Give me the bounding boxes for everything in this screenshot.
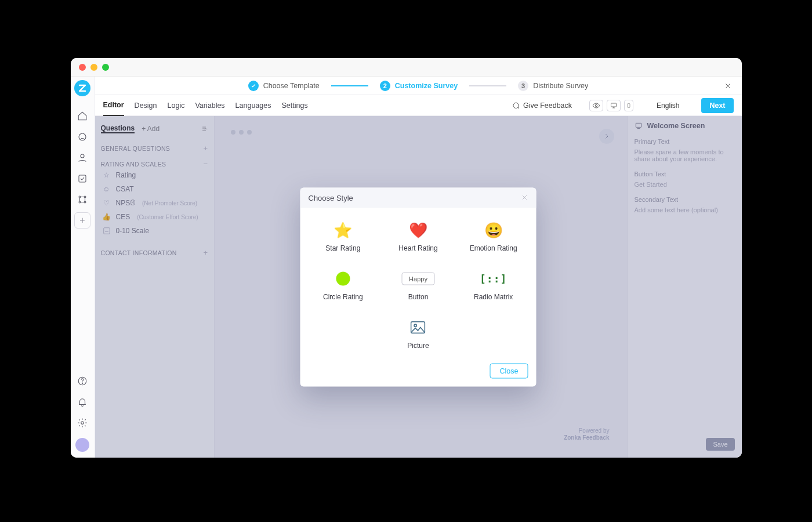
style-option-heart-rating[interactable]: ❤️ Heart Rating bbox=[383, 218, 453, 254]
svg-point-8 bbox=[82, 383, 82, 383]
nav-workflows-icon[interactable] bbox=[74, 191, 90, 208]
svg-point-1 bbox=[81, 154, 84, 158]
give-feedback-label: Give Feedback bbox=[523, 102, 572, 110]
svg-point-16 bbox=[414, 324, 416, 327]
svg-point-10 bbox=[595, 104, 597, 107]
picture-icon bbox=[411, 321, 426, 334]
heart-icon: ❤️ bbox=[409, 222, 427, 237]
tab-editor[interactable]: Editor bbox=[103, 95, 124, 116]
svg-point-4 bbox=[84, 196, 86, 198]
svg-rect-15 bbox=[411, 321, 425, 333]
step-choose-template[interactable]: Choose Template bbox=[248, 81, 320, 91]
style-option-radio-matrix[interactable]: [::] Radio Matrix bbox=[459, 267, 528, 303]
window-zoom-dot[interactable] bbox=[102, 64, 109, 71]
svg-rect-2 bbox=[79, 175, 86, 182]
style-options-grid: ⭐ Star Rating ❤️ Heart Rating 😀 Emotion … bbox=[309, 218, 528, 351]
nav-user-avatar[interactable] bbox=[75, 438, 89, 452]
next-button[interactable]: Next bbox=[701, 98, 733, 113]
stepper-close-button[interactable] bbox=[722, 80, 734, 92]
eye-icon bbox=[592, 102, 600, 110]
choose-style-modal: Choose Style ⭐ Star Rating ❤️ bbox=[300, 187, 536, 386]
style-option-star-rating[interactable]: ⭐ Star Rating bbox=[309, 218, 378, 254]
tab-design[interactable]: Design bbox=[135, 96, 157, 115]
modal-header: Choose Style bbox=[300, 187, 536, 208]
give-feedback-link[interactable]: Give Feedback bbox=[512, 102, 572, 110]
preview-desktop-button[interactable] bbox=[607, 100, 621, 111]
nav-add-button[interactable]: + bbox=[74, 212, 90, 229]
svg-point-6 bbox=[84, 201, 86, 203]
button-chip: Happy bbox=[401, 272, 435, 285]
device-preview-toggle bbox=[589, 100, 633, 111]
editor-tabs: Editor Design Logic Variables Languages … bbox=[95, 95, 742, 116]
step-number: 2 bbox=[380, 81, 390, 91]
step-label: Customize Survey bbox=[395, 82, 458, 90]
modal-close-button[interactable]: Close bbox=[490, 363, 528, 378]
nav-tasks-icon[interactable] bbox=[74, 171, 90, 187]
preview-mobile-button[interactable] bbox=[624, 100, 633, 111]
chat-icon bbox=[512, 102, 520, 110]
matrix-icon: [::] bbox=[480, 273, 507, 285]
svg-point-9 bbox=[81, 422, 84, 425]
tab-logic[interactable]: Logic bbox=[168, 96, 185, 115]
editor-body: Questions + Add GENERAL QUESTIONS + RATI… bbox=[95, 116, 742, 458]
star-icon: ⭐ bbox=[334, 222, 352, 237]
left-nav-rail: + bbox=[71, 77, 95, 458]
step-distribute-survey[interactable]: 3 Distribute Survey bbox=[518, 81, 588, 91]
step-number: 3 bbox=[518, 81, 528, 91]
step-customize-survey[interactable]: 2 Customize Survey bbox=[380, 81, 458, 91]
check-icon bbox=[248, 81, 259, 91]
nav-home-icon[interactable] bbox=[74, 108, 90, 124]
nav-settings-icon[interactable] bbox=[74, 415, 90, 431]
tab-settings[interactable]: Settings bbox=[281, 96, 307, 115]
step-label: Choose Template bbox=[263, 82, 320, 90]
nav-contacts-icon[interactable] bbox=[74, 150, 90, 166]
logo-icon bbox=[78, 84, 87, 93]
language-select[interactable]: English bbox=[651, 99, 685, 112]
wizard-stepper: Choose Template 2 Customize Survey 3 Dis… bbox=[95, 77, 742, 95]
tab-languages[interactable]: Languages bbox=[235, 96, 271, 115]
svg-rect-11 bbox=[611, 103, 617, 107]
close-icon bbox=[521, 194, 528, 201]
window-minimize-dot[interactable] bbox=[90, 64, 97, 71]
style-option-emotion-rating[interactable]: 😀 Emotion Rating bbox=[459, 218, 528, 254]
preview-eye-button[interactable] bbox=[589, 100, 603, 111]
step-connector bbox=[469, 85, 506, 86]
nav-notifications-icon[interactable] bbox=[74, 394, 90, 410]
monitor-icon bbox=[610, 102, 617, 109]
window-close-dot[interactable] bbox=[79, 64, 86, 71]
svg-point-3 bbox=[79, 196, 81, 198]
style-option-button[interactable]: Happy Button bbox=[383, 267, 453, 303]
nav-help-icon[interactable] bbox=[74, 373, 90, 389]
svg-point-0 bbox=[79, 133, 86, 140]
svg-point-5 bbox=[79, 201, 81, 203]
step-connector bbox=[331, 85, 368, 86]
app-window: + Choose Template bbox=[71, 58, 742, 458]
mac-titlebar bbox=[71, 58, 742, 77]
app-shell: + Choose Template bbox=[71, 77, 742, 458]
circle-icon bbox=[336, 271, 350, 285]
modal-title: Choose Style bbox=[309, 193, 353, 202]
tab-variables[interactable]: Variables bbox=[195, 96, 224, 115]
app-logo[interactable] bbox=[74, 80, 90, 96]
main-area: Choose Template 2 Customize Survey 3 Dis… bbox=[95, 77, 742, 458]
nav-responses-icon[interactable] bbox=[74, 129, 90, 145]
style-option-circle-rating[interactable]: Circle Rating bbox=[309, 267, 378, 303]
emotion-icon: 😀 bbox=[484, 222, 503, 237]
modal-close-x[interactable] bbox=[521, 194, 528, 201]
style-option-picture[interactable]: Picture bbox=[383, 316, 453, 351]
svg-rect-12 bbox=[628, 103, 630, 107]
mobile-icon bbox=[626, 102, 631, 109]
step-label: Distribute Survey bbox=[533, 82, 588, 90]
